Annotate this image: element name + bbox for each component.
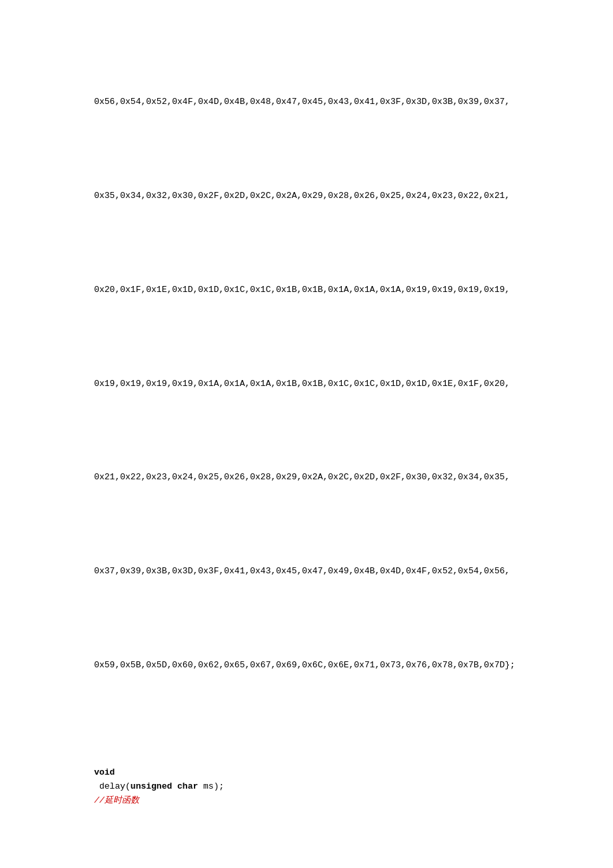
hex-text-2: 0x35,0x34,0x32,0x30,0x2F,0x2D,0x2C,0x2A,…: [94, 191, 510, 201]
hex-text-6: 0x37,0x39,0x3B,0x3D,0x3F,0x41,0x43,0x45,…: [94, 566, 510, 576]
hex-line-6: 0x37,0x39,0x3B,0x3D,0x3F,0x41,0x43,0x45,…: [73, 551, 540, 592]
comment-delay: //延时函数: [94, 795, 139, 805]
hex-text-4: 0x19,0x19,0x19,0x19,0x1A,0x1A,0x1A,0x1B,…: [94, 379, 510, 389]
hex-line-2: 0x35,0x34,0x32,0x30,0x2F,0x2D,0x2C,0x2A,…: [73, 175, 540, 217]
hex-line-1: 0x56,0x54,0x52,0x4F,0x4D,0x4B,0x48,0x47,…: [73, 81, 540, 123]
hex-text-1: 0x56,0x54,0x52,0x4F,0x4D,0x4B,0x48,0x47,…: [94, 97, 510, 107]
hex-line-3: 0x20,0x1F,0x1E,0x1D,0x1D,0x1C,0x1C,0x1B,…: [73, 269, 540, 311]
code-content: 0x56,0x54,0x52,0x4F,0x4D,0x4B,0x48,0x47,…: [73, 40, 540, 868]
hex-line-7: 0x59,0x5B,0x5D,0x60,0x62,0x65,0x67,0x69,…: [73, 645, 540, 686]
keyword-void-1: void: [94, 767, 115, 777]
hex-line-5: 0x21,0x22,0x23,0x24,0x25,0x26,0x28,0x29,…: [73, 457, 540, 499]
hex-text-5: 0x21,0x22,0x23,0x24,0x25,0x26,0x28,0x29,…: [94, 472, 510, 482]
hex-line-4: 0x19,0x19,0x19,0x19,0x1A,0x1A,0x1A,0x1B,…: [73, 363, 540, 405]
hex-text-3: 0x20,0x1F,0x1E,0x1D,0x1D,0x1C,0x1C,0x1B,…: [94, 285, 510, 295]
decl-delay: void delay(unsigned char ms); //延时函数: [73, 753, 540, 822]
func-delay: delay(unsigned char ms);: [94, 781, 265, 791]
hex-text-7: 0x59,0x5B,0x5D,0x60,0x62,0x65,0x67,0x69,…: [94, 660, 515, 670]
